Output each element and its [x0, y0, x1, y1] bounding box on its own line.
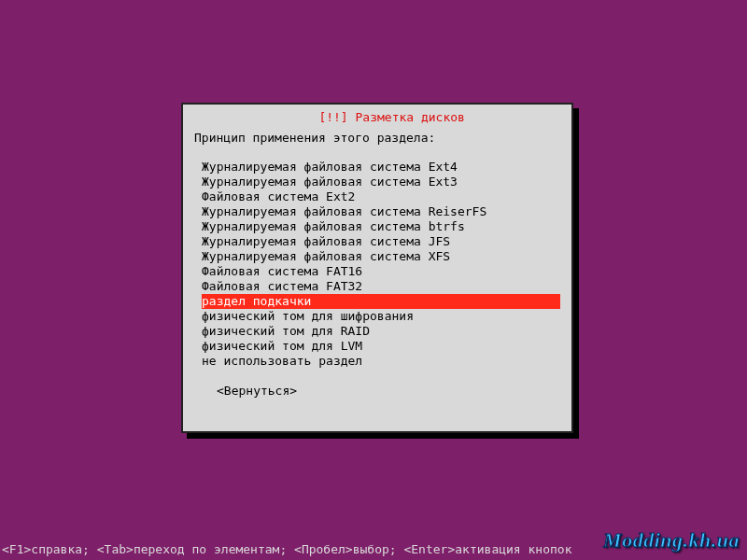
- option-fat16[interactable]: Файловая система FAT16: [202, 264, 560, 279]
- option-jfs[interactable]: Журналируемая файловая система JFS: [202, 234, 560, 249]
- partition-dialog: [!!] Разметка дисков Принцип применения …: [181, 103, 573, 433]
- option-list: Журналируемая файловая система Ext4 Журн…: [202, 160, 560, 369]
- option-fat32[interactable]: Файловая система FAT32: [202, 279, 560, 294]
- option-ext3[interactable]: Журналируемая файловая система Ext3: [202, 175, 560, 189]
- dialog-title: [!!] Разметка дисков: [183, 96, 571, 138]
- option-raid[interactable]: физический том для RAID: [202, 324, 560, 339]
- dialog-title-text: Разметка дисков: [356, 110, 465, 124]
- option-xfs[interactable]: Журналируемая файловая система XFS: [202, 249, 560, 264]
- option-swap[interactable]: раздел подкачки: [202, 294, 560, 309]
- back-button[interactable]: <Вернуться>: [217, 384, 560, 398]
- option-btrfs[interactable]: Журналируемая файловая система btrfs: [202, 219, 560, 234]
- option-ext2[interactable]: Файловая система Ext2: [202, 189, 560, 204]
- dialog-title-marker: [!!]: [318, 110, 347, 124]
- option-ext4[interactable]: Журналируемая файловая система Ext4: [202, 160, 560, 175]
- option-do-not-use[interactable]: не использовать раздел: [202, 354, 560, 369]
- option-reiserfs[interactable]: Журналируемая файловая система ReiserFS: [202, 204, 560, 219]
- option-lvm[interactable]: физический том для LVM: [202, 339, 560, 354]
- option-crypto[interactable]: физический том для шифрования: [202, 309, 560, 324]
- watermark: Modding.kh.ua: [603, 528, 740, 553]
